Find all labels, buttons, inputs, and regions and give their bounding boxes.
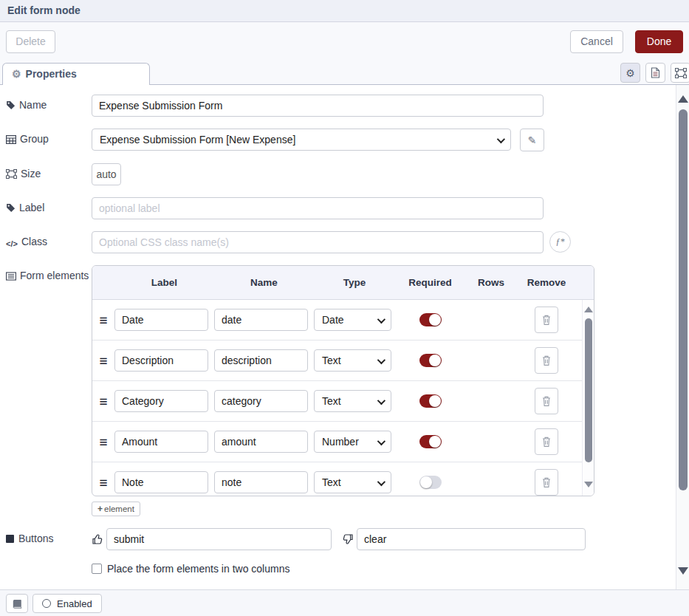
col-remove: Remove (517, 277, 576, 288)
remove-element-button[interactable] (535, 307, 558, 333)
plus-icon: + (97, 504, 103, 514)
scroll-down-icon[interactable] (678, 567, 688, 575)
element-row: ≡ Text (92, 340, 594, 381)
remove-element-button[interactable] (535, 428, 558, 455)
element-row: ≡ Number (92, 422, 594, 462)
edit-group-button[interactable]: ✎ (520, 129, 544, 151)
add-element-button[interactable]: +element (92, 502, 140, 516)
code-icon: </> (6, 239, 18, 248)
label-row: Label (6, 197, 689, 219)
element-label-input[interactable] (114, 390, 208, 412)
element-type-select[interactable]: Number (314, 431, 391, 453)
drag-handle-icon[interactable]: ≡ (92, 476, 114, 490)
required-toggle[interactable] (419, 354, 442, 367)
col-name: Name (214, 277, 314, 288)
scroll-up-icon[interactable] (584, 307, 593, 312)
chevron-down-icon (497, 135, 505, 143)
drag-handle-icon[interactable]: ≡ (92, 354, 114, 368)
element-label-input[interactable] (114, 471, 208, 493)
element-name-input[interactable] (214, 349, 308, 372)
description-button[interactable] (645, 63, 665, 83)
tab-properties[interactable]: ⚙Properties (2, 63, 150, 86)
remove-element-button[interactable] (535, 469, 558, 496)
group-select[interactable]: Expense Submission Form [New Expense] (92, 129, 511, 151)
two-columns-label: Place the form elements in two columns (107, 563, 289, 575)
panel-scrollbar-thumb[interactable] (679, 109, 688, 490)
element-type-select[interactable]: Text (314, 471, 391, 493)
panel-scrollbar (676, 85, 689, 589)
element-label-input[interactable] (114, 349, 208, 372)
submit-button-label-input[interactable] (106, 528, 332, 550)
element-label-input[interactable] (114, 309, 208, 331)
tag-icon (6, 100, 16, 110)
properties-panel: Name Group Expense Submission Form [New … (0, 85, 689, 589)
table-scrollbar-thumb[interactable] (585, 318, 592, 462)
done-button[interactable]: Done (635, 30, 683, 53)
circle-status-icon (42, 599, 51, 608)
required-toggle[interactable] (419, 476, 442, 489)
drag-handle-icon[interactable]: ≡ (92, 313, 114, 327)
required-toggle[interactable] (419, 435, 442, 448)
elements-table-header: Label Name Type Required Rows Remove (92, 266, 594, 300)
drag-handle-icon[interactable]: ≡ (92, 435, 114, 449)
element-row: ≡ Text (92, 381, 594, 422)
scroll-down-icon[interactable] (584, 482, 593, 487)
node-help-button[interactable] (6, 594, 28, 613)
chevron-down-icon (377, 437, 385, 445)
thumbs-down-icon (342, 533, 354, 545)
form-elements-label: Form elements (6, 265, 92, 282)
thumbs-up-icon (92, 533, 103, 545)
size-label: Size (6, 163, 92, 180)
delete-button[interactable]: Delete (6, 30, 55, 53)
two-columns-option: Place the form elements in two columns (92, 563, 689, 575)
element-name-input[interactable] (214, 309, 308, 331)
element-type-select[interactable]: Date (314, 309, 391, 331)
gear-icon: ⚙ (625, 67, 635, 79)
appearance-button[interactable] (671, 63, 689, 83)
class-input[interactable] (92, 231, 544, 253)
element-name-input[interactable] (214, 431, 308, 453)
properties-gear-button[interactable]: ⚙ (620, 63, 640, 83)
element-name-input[interactable] (214, 471, 308, 493)
required-toggle[interactable] (419, 313, 442, 326)
drag-handle-icon[interactable]: ≡ (92, 394, 114, 408)
buttons-fields (92, 528, 586, 550)
element-type-select[interactable]: Text (314, 390, 391, 412)
element-row: ≡ Date (92, 300, 594, 340)
col-rows: Rows (465, 277, 517, 288)
two-columns-checkbox[interactable] (92, 564, 102, 574)
clear-button-label-input[interactable] (357, 528, 586, 550)
trash-icon (541, 436, 552, 448)
size-button[interactable]: auto (92, 163, 121, 185)
label-input[interactable] (92, 197, 544, 219)
required-toggle[interactable] (419, 394, 442, 408)
table-icon (6, 135, 16, 144)
chevron-down-icon (377, 356, 385, 364)
dynamic-class-button[interactable]: ƒ* (549, 231, 571, 253)
element-label-input[interactable] (114, 431, 208, 453)
element-type-select[interactable]: Text (314, 349, 391, 372)
element-row: ≡ Text (92, 462, 594, 496)
cancel-button[interactable]: Cancel (570, 30, 623, 53)
buttons-row: Buttons (6, 528, 689, 550)
size-row: Size auto (6, 163, 689, 185)
name-label: Name (6, 95, 92, 112)
chevron-down-icon (377, 478, 385, 486)
trash-icon (541, 314, 552, 326)
col-type: Type (314, 277, 395, 288)
elements-table-body: ≡ Date ≡ Text (92, 300, 594, 496)
remove-element-button[interactable] (535, 347, 558, 374)
scroll-up-icon[interactable] (678, 95, 688, 103)
tab-properties-label: Properties (26, 68, 77, 80)
remove-element-button[interactable] (535, 388, 558, 414)
name-row: Name (6, 95, 689, 117)
group-label: Group (6, 129, 92, 146)
name-input[interactable] (92, 95, 544, 117)
trash-icon (541, 355, 552, 366)
table-scrollbar (582, 300, 594, 496)
enabled-label: Enabled (57, 598, 92, 609)
enabled-toggle-button[interactable]: Enabled (32, 594, 102, 613)
elements-table: Label Name Type Required Rows Remove ≡ D… (92, 265, 594, 496)
element-name-input[interactable] (214, 390, 308, 412)
col-required: Required (395, 277, 465, 288)
